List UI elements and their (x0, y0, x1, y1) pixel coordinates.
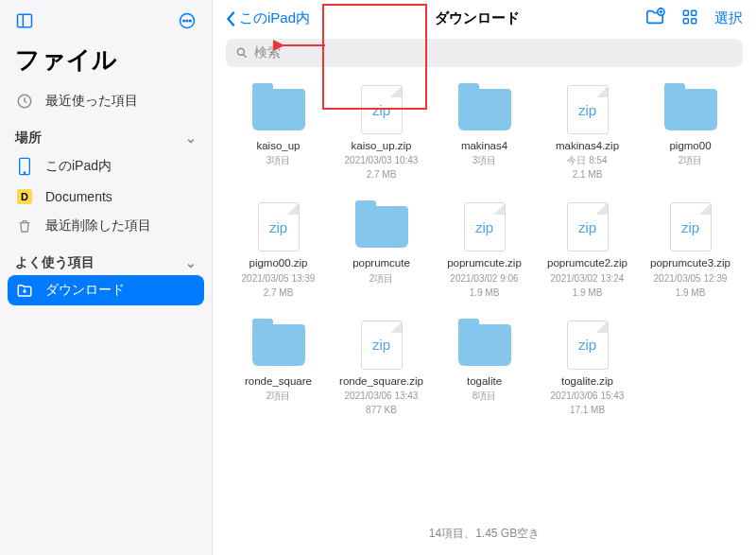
sidebar-item-documents[interactable]: D Documents (0, 182, 212, 211)
chevron-down-icon: ⌄ (185, 130, 197, 146)
item-meta: 3項目 (266, 154, 291, 166)
folder-item[interactable]: makinas43項目 (438, 86, 531, 181)
clock-icon (15, 93, 34, 110)
svg-rect-10 (683, 10, 688, 15)
item-meta: 1.9 MB (573, 286, 603, 299)
folder-icon (458, 324, 511, 366)
view-grid-icon[interactable] (680, 8, 699, 29)
zip-file-icon: zip (361, 321, 403, 370)
file-item[interactable]: zipmakinas4.zip今日 8:542.1 MB (541, 86, 634, 181)
item-name: poprumcute3.zip (650, 256, 730, 269)
svg-point-14 (237, 48, 244, 55)
sidebar-item-downloads[interactable]: ダウンロード (8, 275, 204, 305)
item-name: ronde_square (245, 374, 312, 388)
svg-rect-12 (683, 19, 688, 24)
item-name: ronde_square.zip (339, 374, 423, 388)
file-item[interactable]: ziptogalite.zip2021/03/06 15:4317.1 MB (541, 321, 634, 416)
sidebar-item-recently-deleted[interactable]: 最近削除した項目 (0, 211, 212, 241)
page-title: ダウンロード (318, 9, 637, 27)
sidebar-item-label: 最近削除した項目 (45, 217, 151, 234)
sidebar: ファイル 最近使った項目 場所 ⌄ このiPad内 D Documents 最近… (0, 0, 213, 555)
folder-item[interactable]: kaiso_up3項目 (232, 86, 325, 181)
svg-point-3 (183, 20, 185, 22)
ipad-icon (15, 157, 34, 176)
item-meta: 8項目 (472, 390, 497, 402)
item-name: togalite.zip (561, 374, 613, 388)
item-meta: 2.7 MB (264, 286, 294, 299)
file-item[interactable]: zipkaiso_up.zip2021/03/03 10:432.7 MB (335, 86, 428, 181)
item-meta: 17.1 MB (570, 404, 605, 416)
item-meta: 1.9 MB (676, 286, 706, 299)
sidebar-section-locations[interactable]: 場所 ⌄ (0, 116, 212, 150)
sidebar-item-label: ダウンロード (45, 282, 125, 299)
item-name: poprumcute2.zip (547, 256, 627, 269)
item-meta: 2項目 (679, 154, 703, 166)
folder-item[interactable]: ronde_square2項目 (232, 321, 325, 416)
new-folder-icon[interactable] (644, 8, 665, 29)
more-icon[interactable] (178, 11, 197, 34)
sidebar-section-favorites[interactable]: よく使う項目 ⌄ (0, 241, 212, 275)
file-item[interactable]: zippigmo00.zip2021/03/05 13:392.7 MB (232, 203, 325, 298)
folder-icon (252, 324, 305, 366)
sidebar-item-label: 最近使った項目 (45, 93, 138, 110)
select-button[interactable]: 選択 (714, 9, 743, 27)
item-meta: 2021/03/03 10:43 (345, 154, 419, 166)
zip-file-icon: zip (567, 85, 609, 134)
search-input[interactable]: 検索 (226, 39, 743, 67)
chevron-down-icon: ⌄ (185, 255, 197, 270)
sidebar-item-recents[interactable]: 最近使った項目 (0, 86, 212, 116)
item-name: poprumcute.zip (447, 256, 522, 269)
folder-icon (458, 89, 511, 130)
svg-point-8 (24, 172, 25, 173)
main-area: このiPad内 ダウンロード 選択 検索 kaiso_up3項目zipkaiso… (213, 0, 756, 555)
item-name: pigmo00 (669, 139, 711, 152)
folder-item[interactable]: pigmo002項目 (644, 86, 737, 181)
sidebar-item-label: Documents (45, 189, 112, 204)
file-item[interactable]: zipronde_square.zip2021/03/06 13:43877 K… (335, 321, 428, 416)
item-name: pigmo00.zip (249, 256, 307, 269)
topbar: このiPad内 ダウンロード 選択 (213, 0, 756, 33)
item-meta: 1.9 MB (470, 286, 500, 299)
file-item[interactable]: zippoprumcute.zip2021/03/02 9:061.9 MB (438, 203, 531, 298)
sidebar-item-label: このiPad内 (45, 158, 112, 175)
folder-icon (664, 89, 717, 130)
item-name: makinas4 (461, 139, 507, 152)
svg-rect-13 (692, 19, 696, 24)
folder-item[interactable]: togalite8項目 (438, 321, 531, 416)
zip-file-icon: zip (258, 202, 300, 251)
item-meta: 2021/03/05 12:39 (654, 272, 728, 285)
svg-point-5 (190, 20, 192, 22)
trash-icon (15, 217, 34, 234)
item-meta: 今日 8:54 (567, 154, 607, 166)
item-meta: 2項目 (369, 272, 394, 285)
item-meta: 3項目 (472, 154, 497, 166)
sidebar-toggle-icon[interactable] (15, 11, 34, 34)
zip-file-icon: zip (567, 202, 609, 251)
folder-item[interactable]: poprumcute2項目 (335, 203, 428, 298)
search-icon (235, 46, 249, 60)
zip-file-icon: zip (361, 85, 403, 134)
item-name: kaiso_up (256, 139, 300, 152)
sidebar-item-this-ipad[interactable]: このiPad内 (0, 150, 212, 182)
folder-icon (252, 89, 305, 130)
download-folder-icon (15, 283, 34, 298)
svg-rect-0 (18, 14, 32, 26)
svg-rect-11 (692, 10, 696, 15)
item-meta: 2項目 (266, 390, 291, 402)
item-name: kaiso_up.zip (352, 139, 412, 152)
item-meta: 2021/03/05 13:39 (242, 272, 316, 285)
zip-file-icon: zip (567, 321, 609, 370)
documents-icon: D (15, 189, 34, 204)
item-name: togalite (467, 374, 502, 388)
item-meta: 2021/03/06 15:43 (551, 390, 625, 402)
zip-file-icon: zip (464, 202, 506, 251)
item-name: makinas4.zip (556, 139, 619, 152)
svg-point-4 (186, 20, 188, 22)
item-meta: 2021/03/02 9:06 (450, 272, 518, 285)
search-placeholder: 検索 (254, 44, 281, 61)
back-button[interactable]: このiPad内 (226, 9, 310, 27)
file-item[interactable]: zippoprumcute3.zip2021/03/05 12:391.9 MB (644, 203, 737, 298)
file-grid-area[interactable]: kaiso_up3項目zipkaiso_up.zip2021/03/03 10:… (213, 77, 756, 516)
file-item[interactable]: zippoprumcute2.zip2021/03/02 13:241.9 MB (541, 203, 634, 298)
item-name: poprumcute (352, 256, 410, 269)
